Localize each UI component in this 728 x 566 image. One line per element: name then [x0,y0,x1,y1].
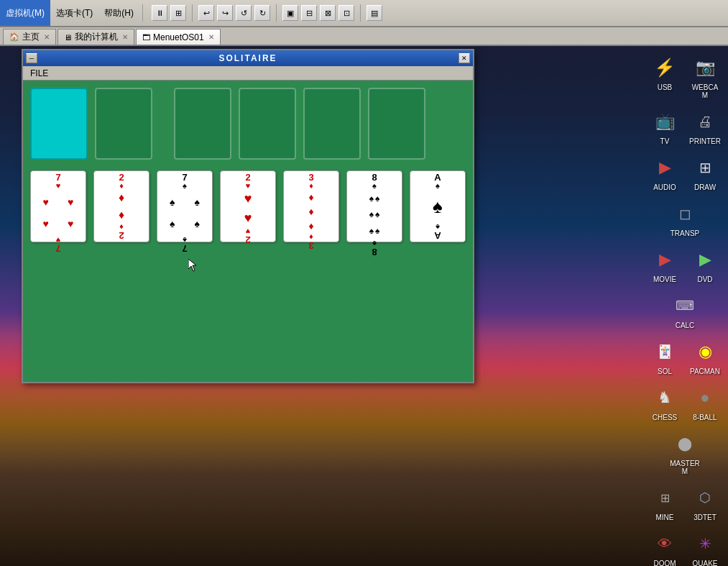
waste-pile[interactable] [95,88,152,160]
card7-top-corner: A ♠ [412,173,464,190]
gap-spacer [160,88,167,160]
tableau-card-4[interactable]: 2 ♥ ♥ ♥ 2 ♥ [220,170,276,242]
tableau-card-3[interactable]: 7 ♠ ♠ ♠ ♠ ♠ 7 ♠ [157,170,213,242]
tableau-card-7[interactable]: A ♠ ♠ A ♠ [410,170,466,242]
doom-label: DOOM [652,559,677,566]
icon-3dtet[interactable]: ⬡ 3DTET [688,485,722,522]
icon-tv[interactable]: 📺 TV [648,109,682,146]
tableau-card-5[interactable]: 3 ♦ ♦ ♦ ♦ 3 ♦ [283,170,339,242]
card6-bottom-corner: 8 ♠ [349,239,400,257]
toolbar-btn-9[interactable]: ⊠ [320,5,336,21]
window-titlebar: ─ SOLITAIRE ✕ [23,50,473,66]
toolbar-btn-4[interactable]: ↪ [217,5,233,21]
icon-transp[interactable]: ◻ TRANSP [666,201,704,238]
icon-row-2: 📺 TV 🖨 PRINTER [648,109,722,146]
menu-vm[interactable]: 虚拟机(M) [0,0,50,26]
tv-icon: 📺 [652,109,678,134]
tableau-card-6[interactable]: 8 ♠ ♠ ♠ ♠ ♠ ♠ ♠ 8 [346,170,402,242]
foundation-1[interactable] [174,88,231,160]
masterm-icon: ⬤ [672,431,698,457]
icon-quake[interactable]: ✳ QUAKE [688,531,722,566]
icon-masterm[interactable]: ⬤ MASTERM [666,431,704,476]
card3-center: ♠ ♠ ♠ ♠ [159,190,211,236]
tableau-card-1[interactable]: 7 ♥ ♥ ♥ ♥ ♥ 7 ♥ [30,170,86,242]
dvd-icon: ▶ [692,247,718,273]
icon-draw[interactable]: ⊞ DRAW [688,155,722,192]
tab-menuetos-label: MenuetOS01 [153,32,204,42]
card6-center: ♠ ♠ ♠ ♠ ♠ ♠ [349,190,400,239]
toolbar-btn-1[interactable]: ⏸ [152,5,167,21]
icon-movie[interactable]: ▶ MOVIE [648,247,682,284]
8ball-label: 8-BALL [691,413,718,422]
icon-row-9: ⬤ MASTERM [648,431,722,476]
menu-tab[interactable]: 选项卡(T) [50,0,98,26]
3dtet-label: 3DTET [692,513,718,522]
icon-webcam[interactable]: 📷 WEBCAM [688,55,722,100]
icon-row-11: 👁 DOOM ✳ QUAKE [648,531,722,566]
tab-menuetos-close[interactable]: ✕ [208,33,214,41]
toolbar-btn-5[interactable]: ↺ [236,5,252,21]
toolbar-btn-6[interactable]: ↻ [254,5,270,21]
chess-icon: ♞ [652,385,678,411]
quake-icon: ✳ [692,531,718,557]
card7-center: ♠ [412,190,464,223]
foundation-4[interactable] [368,88,425,160]
card2-bottom-corner: 2 ♦ [96,223,147,240]
tab-mycomputer[interactable]: 🖥 我的计算机 ✕ [57,29,134,45]
audio-icon: ▶ [652,155,678,181]
3dtet-icon: ⬡ [692,485,718,511]
icon-printer[interactable]: 🖨 PRINTER [688,109,722,146]
card1-top-corner: 7 ♥ [32,173,84,190]
card4-bottom-corner: 2 ♥ [222,227,274,245]
card1-center: ♥ ♥ ♥ ♥ [32,190,84,236]
icon-calc[interactable]: ⌨ CALC [666,293,704,330]
menu-help[interactable]: 帮助(H) [98,0,139,26]
card4-center: ♥ ♥ [222,190,274,227]
icon-sol[interactable]: 🃏 SOL [648,339,682,376]
icon-usb[interactable]: ⚡ USB [648,55,682,100]
tab-mycomputer-close[interactable]: ✕ [122,33,128,41]
icon-audio[interactable]: ▶ AUDIO [648,155,682,192]
tv-label: TV [659,137,671,146]
tabs-bar: 🏠 主页 ✕ 🖥 我的计算机 ✕ 🗔 MenuetOS01 ✕ [0,27,728,46]
window-close-btn[interactable]: ✕ [459,53,470,63]
card1-bottom-corner: 7 ♥ [32,236,84,253]
tab-menuetos[interactable]: 🗔 MenuetOS01 ✕ [136,29,221,45]
tab-home-close[interactable]: ✕ [44,33,50,41]
dvd-label: DVD [696,275,714,284]
card1-suit: ♥ [56,182,61,190]
icon-chess[interactable]: ♞ CHESS [648,385,682,422]
draw-label: DRAW [693,183,717,192]
toolbar-btn-10[interactable]: ⊡ [338,5,354,21]
icon-doom[interactable]: 👁 DOOM [648,531,682,566]
tab-home-label: 主页 [22,31,40,43]
toolbar-btn-11[interactable]: ▤ [367,5,382,21]
toolbar-btn-8[interactable]: ⊟ [301,5,317,21]
draw-icon: ⊞ [692,155,718,181]
toolbar-btn-3[interactable]: ↩ [198,5,214,21]
stock-pile[interactable] [30,88,88,160]
card7-bottom-corner: A ♠ [412,223,464,240]
pacman-icon: ◉ [692,339,718,365]
mine-label: MINE [655,513,676,522]
8ball-icon: ● [692,385,718,411]
tab-home[interactable]: 🏠 主页 ✕ [3,29,56,45]
icon-8ball[interactable]: ● 8-BALL [688,385,722,422]
solitaire-menu-file[interactable]: FILE [26,68,52,79]
usb-label: USB [656,83,674,92]
card2-top-corner: 2 ♦ [96,173,147,190]
tableau-card-2[interactable]: 2 ♦ ♦ ♦ 2 ♦ [93,170,149,242]
desktop-icons-panel: ⚡ USB 📷 WEBCAM 📺 TV 🖨 PRINTER ▶ AUDIO [642,49,728,566]
icon-pacman[interactable]: ◉ PACMAN [688,339,722,376]
icon-mine[interactable]: ⊞ MINE [648,485,682,522]
tab-mycomputer-icon: 🖥 [64,33,72,42]
icon-dvd[interactable]: ▶ DVD [688,247,722,284]
doom-icon: 👁 [652,531,678,557]
toolbar-btn-2[interactable]: ⊞ [170,5,186,21]
foundation-3[interactable] [303,88,361,160]
foundation-2[interactable] [239,88,296,160]
toolbar-btn-7[interactable]: ▣ [282,5,298,21]
tab-home-icon: 🏠 [9,32,19,42]
window-minimize-btn[interactable]: ─ [26,53,37,63]
usb-icon: ⚡ [652,55,678,81]
